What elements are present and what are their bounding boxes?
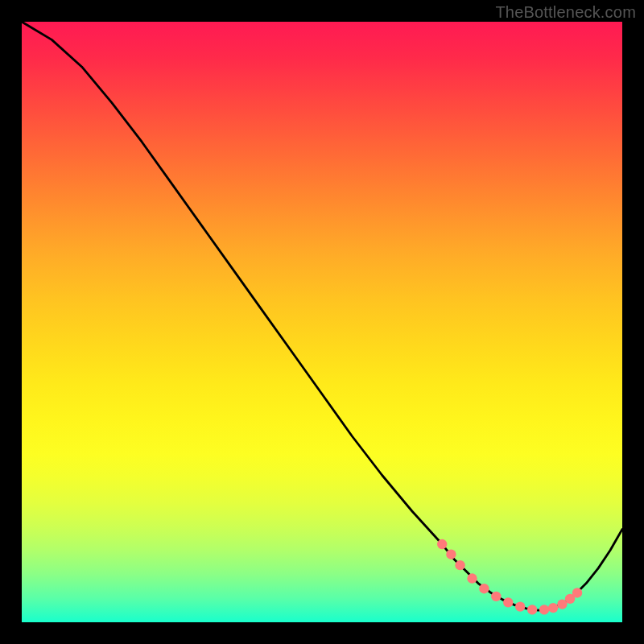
- chart-svg: [22, 22, 622, 622]
- curve-marker-dot: [527, 605, 537, 614]
- curve-marker-dot: [539, 605, 549, 614]
- curve-marker-dot: [503, 597, 513, 607]
- chart-frame: TheBottleneck.com: [0, 0, 644, 644]
- bottleneck-curve: [22, 22, 622, 610]
- curve-marker-dot: [479, 584, 489, 593]
- curve-marker-dot: [467, 573, 477, 583]
- curve-marker-dot: [446, 550, 456, 559]
- curve-marker-dot: [455, 560, 464, 570]
- curve-marker-dot: [572, 588, 582, 597]
- curve-marker-dot: [491, 592, 501, 601]
- curve-marker-dot: [548, 603, 558, 613]
- plot-gradient-area: [22, 22, 622, 622]
- watermark-text: TheBottleneck.com: [495, 3, 636, 22]
- curve-marker-dots: [437, 539, 582, 615]
- curve-marker-dot: [437, 539, 447, 549]
- curve-marker-dot: [515, 601, 525, 611]
